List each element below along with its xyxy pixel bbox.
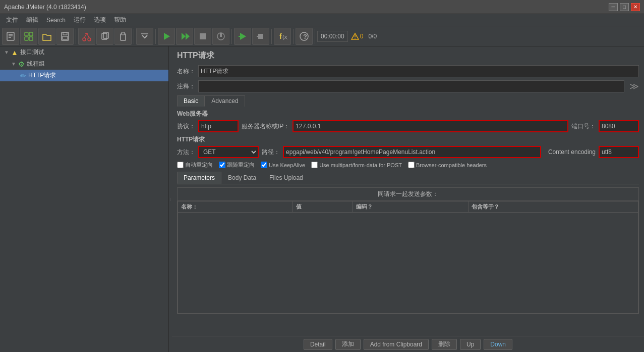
sub-tab-bar: Parameters Body Data Files Upload [177,172,639,184]
toolbar-start-button[interactable] [158,28,175,45]
toolbar-stop-button[interactable] [194,28,211,45]
svg-text:?: ? [303,33,307,40]
auto-redirect-label: 自动重定向 [185,161,213,169]
maximize-button[interactable]: □ [620,3,629,11]
protocol-input[interactable] [198,120,239,132]
error-counter: 0/0 [366,33,379,40]
toolbar-help-button[interactable]: ? [296,28,313,45]
menu-file[interactable]: 文件 [2,15,22,25]
menu-run[interactable]: 运行 [70,15,90,25]
param-table: 名称： 值 编码？ 包含等于？ [178,201,638,314]
name-label: 名称： [177,67,195,76]
svg-line-14 [87,33,89,38]
toolbar-start-no-pause-button[interactable] [176,28,193,45]
sidebar-item-test-plan[interactable]: ▼ ▲ 接口测试 [0,46,168,58]
svg-rect-10 [63,36,68,39]
server-input[interactable] [292,120,568,132]
toolbar-remote-stop-button[interactable] [252,28,269,45]
menu-options[interactable]: 选项 [90,15,110,25]
keepalive-checkbox[interactable]: Use KeepAlive [261,162,305,168]
auto-redirect-checkbox[interactable]: 自动重定向 [177,161,213,169]
close-button[interactable]: ✕ [631,3,640,11]
method-select[interactable]: GET POST PUT DELETE [198,146,259,158]
up-button[interactable]: Up [460,339,481,350]
toolbar-functions-button[interactable]: f(x) [274,28,291,45]
menu-search[interactable]: Search [42,16,70,25]
toolbar-remote-start-button[interactable] [234,28,251,45]
toolbar-divider-6 [293,29,294,44]
multipart-input[interactable] [311,162,318,168]
parameters-table-container: 同请求一起发送参数： 名称： 值 编码？ 包含等于？ [177,187,639,314]
svg-rect-0 [7,32,14,40]
sub-tab-parameters[interactable]: Parameters [177,172,221,184]
encoding-input[interactable] [599,146,639,158]
sidebar-label-test-plan: 接口测试 [20,48,44,57]
tab-basic[interactable]: Basic [177,95,205,107]
svg-text:(x): (x) [282,34,287,40]
menu-edit[interactable]: 编辑 [22,15,42,25]
toolbar-copy-button[interactable] [96,28,113,45]
method-label: 方法： [177,148,195,157]
multipart-checkbox[interactable]: Use multipart/form-data for POST [311,162,402,168]
toolbar-expand-button[interactable] [136,28,153,45]
content-wrapper: HTTP请求 名称： 注释： ≫ Basic Advanced Web服务器 [172,46,644,352]
sidebar-item-http-request[interactable]: ✏ HTTP请求 [0,70,168,81]
toolbar-divider-5 [271,29,272,44]
encoding-label: Content encoding [548,148,596,156]
keepalive-input[interactable] [261,162,267,168]
sidebar-label-thread-group: 线程组 [27,60,45,68]
protocol-label: 协议： [177,122,195,131]
http-section-label: HTTP请求 [177,135,639,144]
main-layout: ▼ ▲ 接口测试 ▼ ⚙ 线程组 ✏ HTTP请求 ⋮ HTTP请求 名称： [0,46,644,352]
comment-label: 注释： [177,82,195,91]
sidebar: ▼ ▲ 接口测试 ▼ ⚙ 线程组 ✏ HTTP请求 [0,46,169,352]
sub-tab-files-upload[interactable]: Files Upload [263,172,310,184]
add-clipboard-button[interactable]: Add from Clipboard [364,339,429,350]
warning-count: 0 [360,33,364,40]
warning-indicator: 0 [349,32,366,40]
toolbar-divider-7 [315,29,315,44]
toolbar-divider-1 [76,29,76,44]
sidebar-item-thread-group[interactable]: ▼ ⚙ 线程组 [0,58,168,70]
menu-help[interactable]: 帮助 [110,15,130,25]
browser-compatible-checkbox[interactable]: Browser-compatible headers [408,162,487,168]
comment-input[interactable] [198,80,624,92]
svg-line-13 [84,33,87,38]
param-table-body [178,213,638,314]
svg-rect-19 [122,32,125,35]
server-row: 协议： 服务器名称或IP： 端口号： [177,120,639,132]
browser-compatible-input[interactable] [408,162,415,168]
add-button[interactable]: 添加 [335,339,361,350]
app-title: Apache JMeter (4.0 r1823414) [4,4,86,11]
follow-redirect-input[interactable] [219,162,225,168]
auto-redirect-input[interactable] [177,162,184,168]
panel-title: HTTP请求 [177,51,639,61]
sub-tab-body-data[interactable]: Body Data [221,172,263,184]
toolbar-divider-4 [231,29,232,44]
path-input[interactable] [283,146,541,158]
toolbar-new-button[interactable] [2,28,19,45]
toolbar-cut-button[interactable] [78,28,95,45]
down-button[interactable]: Down [484,339,512,350]
col-value: 值 [293,202,353,213]
port-input[interactable] [599,120,639,132]
toolbar-paste-button[interactable] [114,28,132,45]
minimize-button[interactable]: ─ [609,3,618,11]
toolbar-open-button[interactable] [38,28,55,45]
col-encode: 编码？ [353,202,468,213]
toolbar-templates-button[interactable] [20,28,37,45]
delete-button[interactable]: 删除 [432,339,457,350]
follow-redirect-checkbox[interactable]: 跟随重定向 [219,161,255,169]
tab-advanced[interactable]: Advanced [205,95,245,107]
main-tab-bar: Basic Advanced [177,95,639,107]
name-input[interactable] [198,65,639,77]
svg-marker-27 [240,33,246,40]
detail-button[interactable]: Detail [304,339,332,350]
toolbar-divider-3 [155,29,156,44]
toolbar-save-button[interactable] [56,28,74,45]
port-label: 端口号： [571,122,596,131]
expand-icon: ≫ [629,81,639,92]
toolbar-shutdown-button[interactable] [212,28,229,45]
table-row-empty [178,213,638,314]
svg-text:f: f [279,32,282,40]
